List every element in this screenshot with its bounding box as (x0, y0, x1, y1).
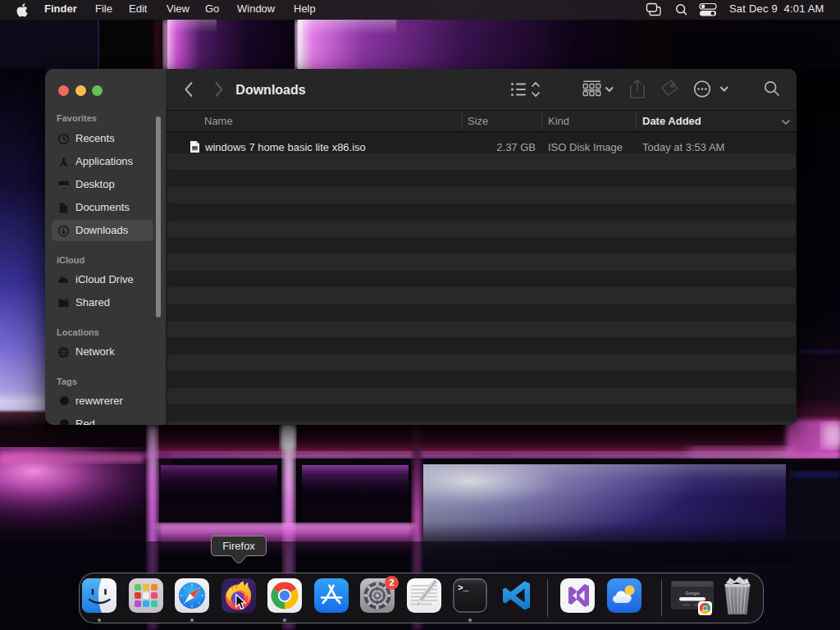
svg-text:>_: >_ (458, 583, 469, 593)
svg-text:Google: Google (685, 591, 700, 596)
